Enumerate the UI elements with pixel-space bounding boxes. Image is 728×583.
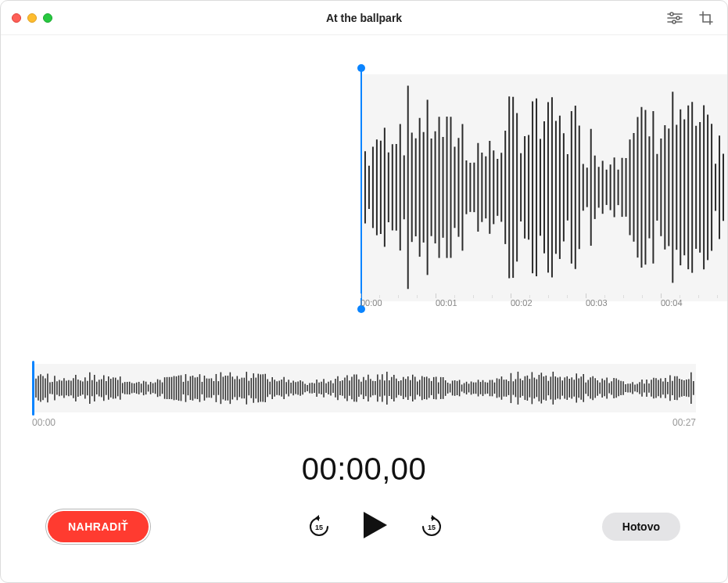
zoom-window-button[interactable]	[43, 13, 52, 23]
minimize-window-button[interactable]	[27, 13, 37, 23]
waveform-large-svg	[360, 74, 727, 300]
time-ruler: 00:0000:0100:0200:0300:040	[1, 298, 727, 317]
detailed-waveform[interactable]: 00:0000:0100:0200:0300:040	[1, 74, 727, 317]
close-window-button[interactable]	[12, 13, 21, 23]
recording-title: At the ballpark	[1, 12, 727, 24]
settings-icon[interactable]	[666, 9, 683, 27]
skip-back-label: 15	[315, 524, 323, 531]
replace-button[interactable]: NAHRADIŤ	[48, 511, 149, 542]
overview-track[interactable]	[32, 364, 696, 412]
play-button[interactable]	[362, 510, 389, 543]
window-controls	[1, 13, 52, 23]
overview-track-container: 00:00 00:27	[32, 364, 696, 428]
svg-point-3	[676, 16, 680, 20]
skip-fwd-label: 15	[428, 524, 436, 531]
ruler-tick: 00:00	[360, 298, 382, 317]
editor-area: 00:0000:0100:0200:0300:040 00:00 00:27 0…	[1, 35, 727, 582]
overview-playhead[interactable]	[32, 361, 34, 416]
svg-point-5	[672, 20, 676, 23]
done-button[interactable]: Hotovo	[602, 513, 680, 541]
app-window: At the ballpark 00:0000:0100:0200:0	[0, 0, 728, 583]
trim-icon[interactable]	[698, 9, 715, 27]
ruler-tick: 00:02	[511, 298, 533, 317]
ruler-tick: 00:04	[661, 298, 683, 317]
playback-controls: NAHRADIŤ 15 15	[1, 487, 727, 567]
overview-start-time: 00:00	[32, 417, 56, 428]
playhead[interactable]	[360, 68, 362, 309]
overview-end-time: 00:27	[672, 417, 696, 428]
svg-marker-384	[432, 515, 436, 521]
titlebar: At the ballpark	[1, 1, 727, 35]
skip-back-15-button[interactable]: 15	[307, 515, 331, 538]
svg-point-1	[670, 13, 673, 16]
skip-forward-15-button[interactable]: 15	[420, 515, 443, 538]
waveform-overview-svg	[32, 364, 696, 412]
svg-marker-383	[364, 512, 387, 538]
svg-marker-382	[315, 515, 319, 521]
current-time-display: 00:00,00	[1, 452, 727, 487]
ruler-tick: 00:03	[586, 298, 608, 317]
ruler-tick: 00:01	[436, 298, 457, 317]
